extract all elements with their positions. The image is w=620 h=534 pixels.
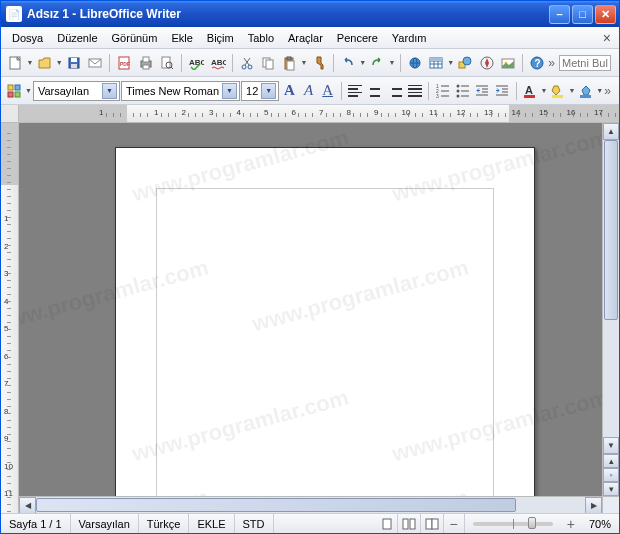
scroll-track[interactable] (603, 140, 619, 437)
view-multi-page-icon[interactable] (398, 514, 421, 533)
font-color-dropdown-icon[interactable]: ▼ (541, 87, 548, 94)
new-dropdown-icon[interactable]: ▼ (26, 59, 33, 66)
svg-rect-43 (15, 92, 20, 97)
menu-edit[interactable]: Düzenle (50, 30, 104, 46)
zoom-slider-thumb[interactable] (528, 517, 536, 529)
next-page-icon[interactable]: ▾ (603, 482, 619, 496)
font-color-icon[interactable]: A (521, 79, 540, 102)
increase-indent-icon[interactable] (493, 79, 512, 102)
scroll-thumb[interactable] (604, 140, 618, 320)
spellcheck-icon[interactable]: ABC (186, 51, 206, 74)
vertical-ruler[interactable]: 1234567891011121314 (1, 123, 18, 513)
undo-dropdown-icon[interactable]: ▼ (359, 59, 366, 66)
table-icon[interactable] (426, 51, 446, 74)
italic-button[interactable]: A (299, 80, 317, 102)
close-document-icon[interactable]: × (599, 30, 615, 46)
status-language[interactable]: Türkçe (139, 514, 190, 533)
highlight-dropdown-icon[interactable]: ▼ (568, 87, 575, 94)
hyperlink-icon[interactable] (404, 51, 424, 74)
new-document-icon[interactable] (5, 51, 25, 74)
navigation-icon[interactable]: ◦ (603, 468, 619, 482)
gallery-icon[interactable] (498, 51, 518, 74)
scroll-left-icon[interactable]: ◀ (19, 497, 36, 513)
scroll-track[interactable] (36, 497, 585, 513)
align-right-icon[interactable] (385, 79, 404, 102)
bullet-list-icon[interactable] (453, 79, 472, 102)
decrease-indent-icon[interactable] (473, 79, 492, 102)
svg-rect-70 (410, 519, 415, 529)
background-dropdown-icon[interactable]: ▼ (596, 87, 603, 94)
svg-line-18 (244, 58, 249, 65)
print-preview-icon[interactable] (157, 51, 177, 74)
ruler-corner (1, 105, 18, 123)
vertical-scrollbar[interactable]: ▲ ▼ ▴ ◦ ▾ (602, 123, 619, 496)
status-insert-mode[interactable]: EKLE (189, 514, 234, 533)
scroll-up-icon[interactable]: ▲ (603, 123, 619, 140)
menu-table[interactable]: Tablo (241, 30, 281, 46)
navigator-icon[interactable] (476, 51, 496, 74)
help-icon[interactable]: ? (527, 51, 547, 74)
maximize-button[interactable]: □ (572, 5, 593, 24)
underline-button[interactable]: A (319, 80, 337, 102)
menu-window[interactable]: Pencere (330, 30, 385, 46)
menu-tools[interactable]: Araçlar (281, 30, 330, 46)
font-name-value: Times New Roman (126, 85, 219, 97)
open-dropdown-icon[interactable]: ▼ (56, 59, 63, 66)
minimize-button[interactable]: – (549, 5, 570, 24)
undo-icon[interactable] (338, 51, 358, 74)
dropdown-arrow-icon: ▼ (261, 83, 276, 99)
save-icon[interactable] (64, 51, 84, 74)
view-single-page-icon[interactable] (377, 514, 398, 533)
zoom-percent[interactable]: 70% (581, 514, 619, 533)
redo-icon[interactable] (367, 51, 387, 74)
menu-view[interactable]: Görünüm (105, 30, 165, 46)
styles-dropdown-icon[interactable]: ▼ (25, 87, 32, 94)
align-left-icon[interactable] (346, 79, 365, 102)
view-book-icon[interactable] (421, 514, 444, 533)
menu-file[interactable]: Dosya (5, 30, 50, 46)
align-center-icon[interactable] (365, 79, 384, 102)
open-icon[interactable] (34, 51, 54, 74)
cut-icon[interactable] (237, 51, 257, 74)
horizontal-ruler[interactable]: 1123456789101112131415161718 (19, 105, 619, 123)
document-area[interactable]: www.programlar.com www.programlar.com ww… (19, 123, 602, 496)
table-dropdown-icon[interactable]: ▼ (447, 59, 454, 66)
scroll-down-icon[interactable]: ▼ (603, 437, 619, 454)
menu-insert[interactable]: Ekle (164, 30, 199, 46)
email-icon[interactable] (85, 51, 105, 74)
font-name-combo[interactable]: Times New Roman ▼ (121, 81, 240, 101)
scroll-thumb[interactable] (36, 498, 516, 512)
highlight-color-icon[interactable] (549, 79, 568, 102)
auto-spellcheck-icon[interactable]: ABC (207, 51, 227, 74)
align-justify-icon[interactable] (405, 79, 424, 102)
prev-page-icon[interactable]: ▴ (603, 454, 619, 468)
paste-icon[interactable] (279, 51, 299, 74)
menu-format[interactable]: Biçim (200, 30, 241, 46)
close-button[interactable]: ✕ (595, 5, 616, 24)
scroll-right-icon[interactable]: ▶ (585, 497, 602, 513)
zoom-slider[interactable] (473, 522, 553, 526)
status-page[interactable]: Sayfa 1 / 1 (1, 514, 71, 533)
status-style[interactable]: Varsayılan (71, 514, 139, 533)
print-icon[interactable] (136, 51, 156, 74)
paste-dropdown-icon[interactable]: ▼ (301, 59, 308, 66)
styles-dialog-icon[interactable] (5, 79, 24, 102)
export-pdf-icon[interactable]: PDF (114, 51, 134, 74)
font-size-combo[interactable]: 12 ▼ (241, 81, 279, 101)
copy-icon[interactable] (258, 51, 278, 74)
zoom-in-icon[interactable]: + (561, 516, 581, 532)
zoom-out-icon[interactable]: − (444, 514, 465, 533)
formatting-toolbar: ▼ Varsayılan ▼ Times New Roman ▼ 12 ▼ A … (1, 77, 619, 105)
horizontal-scrollbar[interactable]: ◀ ▶ (19, 496, 619, 513)
redo-dropdown-icon[interactable]: ▼ (389, 59, 396, 66)
format-paintbrush-icon[interactable] (309, 51, 329, 74)
numbered-list-icon[interactable]: 123 (433, 79, 452, 102)
menu-help[interactable]: Yardım (385, 30, 434, 46)
status-selection-mode[interactable]: STD (235, 514, 274, 533)
background-color-icon[interactable] (576, 79, 595, 102)
paragraph-style-combo[interactable]: Varsayılan ▼ (33, 81, 120, 101)
find-input[interactable] (559, 55, 611, 71)
bold-button[interactable]: A (280, 80, 298, 102)
show-draw-icon[interactable] (455, 51, 475, 74)
toolbar-overflow-icon[interactable]: » (604, 84, 615, 98)
